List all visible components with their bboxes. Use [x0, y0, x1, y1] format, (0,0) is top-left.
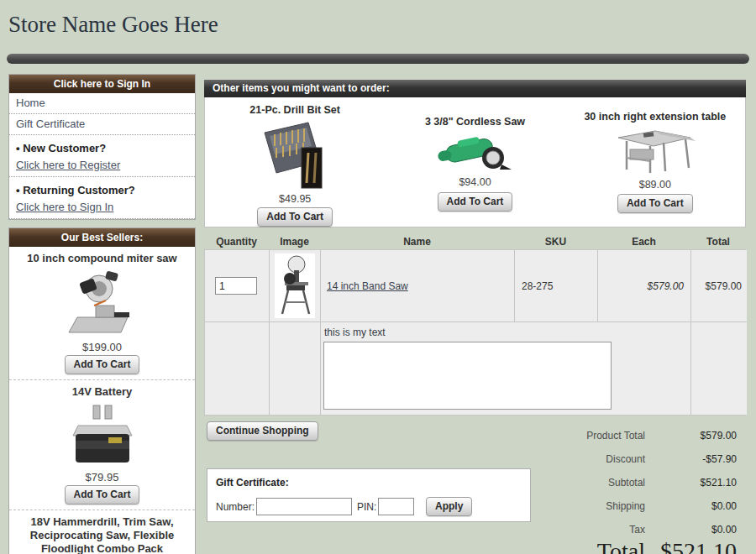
add-to-cart-button[interactable]: Add To Cart	[617, 194, 693, 213]
product-price: $94.00	[385, 176, 564, 188]
cart-table-body: 14 inch Band Saw 28-275 $579.00 $579.00 …	[204, 249, 746, 416]
cart-note-row: this is my text	[205, 322, 745, 415]
column-header-quantity: Quantity	[204, 236, 269, 248]
add-to-cart-button[interactable]: Add To Cart	[65, 355, 140, 374]
product-price: $79.95	[13, 468, 192, 485]
cordless-saw-image[interactable]	[434, 129, 515, 173]
battery-image[interactable]	[65, 402, 140, 468]
page-title: Store Name Goes Here	[8, 12, 218, 38]
new-customer-label: • New Customer?	[9, 135, 195, 156]
promo-item: 3 3/8" Cordless Saw $94.00 Add To Cart	[385, 97, 564, 227]
promo-item: 30 inch right extension table $89.00	[565, 97, 745, 227]
total-value: $579.00	[645, 430, 737, 442]
product-name: 18V Hammerdrill, Trim Saw, Reciprocating…	[13, 514, 192, 554]
quantity-cell	[205, 250, 269, 321]
total-value: $0.00	[645, 500, 737, 512]
promo-body: 21-Pc. Drill Bit Set	[204, 97, 746, 227]
grand-total-value: $521.10	[660, 538, 737, 554]
band-saw-image[interactable]	[275, 253, 315, 318]
product-price: $89.00	[565, 179, 745, 191]
gift-certificate-box: Gift Certificate: Number: PIN: Apply	[207, 468, 531, 522]
sidebar-item-gift-certificate[interactable]: Gift Certificate	[9, 114, 195, 135]
empty-cell	[691, 322, 747, 415]
note-label: this is my text	[324, 327, 386, 338]
note-textarea[interactable]	[323, 342, 612, 410]
cart-item-row: 14 inch Band Saw 28-275 $579.00 $579.00	[205, 250, 745, 321]
gift-number-input[interactable]	[256, 498, 352, 515]
column-header-name: Name	[320, 236, 514, 248]
register-link[interactable]: Click here to Register	[9, 156, 195, 177]
total-label: Discount	[204, 453, 645, 465]
note-cell: this is my text	[321, 322, 690, 415]
apply-button[interactable]: Apply	[426, 497, 472, 516]
cart-table-header: Quantity Image Name SKU Each Total	[204, 233, 746, 249]
signin-box: Click here to Sign In Home Gift Certific…	[8, 74, 196, 220]
column-header-sku: SKU	[514, 236, 597, 248]
product-name: 30 inch right extension table	[565, 111, 745, 123]
name-cell: 14 inch Band Saw	[321, 250, 514, 321]
product-name-link[interactable]: 14 inch Band Saw	[327, 280, 408, 292]
bestsellers-box: Our Best Sellers: 10 inch compound miter…	[8, 227, 196, 554]
extension-table-image[interactable]	[612, 124, 699, 176]
shopping-cart-page: { "header": { "title": "Store Name Goes …	[0, 0, 756, 554]
total-cell: $579.00	[691, 250, 747, 321]
empty-cell	[270, 322, 320, 415]
add-to-cart-button[interactable]: Add To Cart	[257, 207, 333, 227]
miter-saw-image[interactable]	[62, 269, 143, 337]
product-name: 21-Pc. Drill Bit Set	[205, 104, 385, 116]
empty-cell	[205, 322, 269, 415]
signin-link[interactable]: Click here to Sign In	[9, 198, 195, 219]
total-value: $0.00	[645, 524, 737, 536]
gift-pin-label: PIN:	[357, 501, 376, 513]
bestseller-item: 18V Hammerdrill, Trim Saw, Reciprocating…	[9, 510, 195, 554]
totals-row: Discount -$57.90	[204, 447, 737, 471]
image-cell	[270, 250, 320, 321]
quantity-input[interactable]	[215, 277, 257, 295]
total-label: Product Total	[204, 430, 645, 442]
product-name: 10 inch compound miter saw	[13, 250, 192, 269]
column-header-total: Total	[690, 236, 746, 248]
grand-total-label: Total	[597, 538, 645, 554]
line-total: $579.00	[706, 280, 742, 292]
sidebar: Click here to Sign In Home Gift Certific…	[8, 74, 196, 554]
column-header-image: Image	[269, 236, 320, 248]
sku-value: 28-275	[522, 280, 553, 292]
signin-header-button[interactable]: Click here to Sign In	[9, 75, 195, 93]
header-divider-bar	[7, 54, 749, 64]
total-value: $521.10	[645, 477, 737, 489]
total-value: -$57.90	[645, 453, 737, 465]
product-name: 14V Battery	[13, 384, 192, 402]
add-to-cart-button[interactable]: Add To Cart	[65, 485, 140, 504]
each-price: $579.00	[648, 280, 684, 292]
each-cell: $579.00	[598, 250, 690, 321]
gift-certificate-title: Gift Certificate:	[216, 477, 289, 489]
promo-box: Other items you might want to order: 21-…	[204, 80, 746, 227]
add-to-cart-button[interactable]: Add To Cart	[438, 192, 513, 212]
totals-row: Product Total $579.00	[204, 424, 737, 447]
promo-item: 21-Pc. Drill Bit Set	[205, 97, 385, 227]
promo-header: Other items you might want to order:	[204, 80, 746, 97]
bestseller-item: 10 inch compound miter saw $199.00 Add T…	[9, 247, 195, 380]
main-content: Other items you might want to order: 21-…	[204, 80, 746, 554]
gift-pin-input[interactable]	[378, 498, 414, 515]
returning-customer-label: • Returning Customer?	[9, 177, 195, 198]
sku-cell: 28-275	[515, 250, 597, 321]
drill-bit-set-image[interactable]	[253, 118, 337, 191]
column-header-each: Each	[597, 236, 690, 248]
bestsellers-header: Our Best Sellers:	[9, 228, 195, 247]
product-price: $49.95	[205, 193, 385, 205]
bestseller-item: 14V Battery $79.95 Add To Cart	[9, 380, 195, 510]
gift-number-label: Number:	[216, 501, 255, 513]
product-name: 3 3/8" Cordless Saw	[385, 116, 564, 128]
total-label: Tax	[204, 524, 645, 536]
product-price: $199.00	[13, 337, 192, 355]
sidebar-item-home[interactable]: Home	[9, 93, 195, 114]
